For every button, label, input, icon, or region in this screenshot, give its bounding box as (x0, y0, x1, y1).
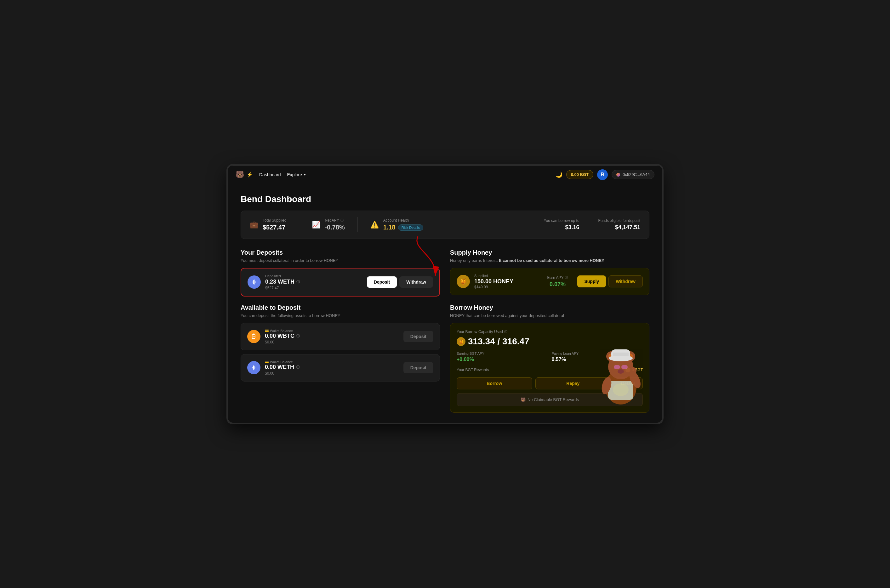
theme-toggle-button[interactable]: 🌙 (556, 171, 562, 178)
svg-point-28 (629, 367, 636, 375)
supply-honey-title: Supply Honey (450, 249, 649, 256)
info-icon: ⓘ (340, 218, 344, 222)
honey-supply-info: Supplied 150.00 HONEY $149.99 (474, 274, 543, 289)
supply-honey-subtitle: Honey only earns Interest. It cannot be … (450, 258, 649, 263)
borrow-up-to-stat: You can borrow up to $3.16 (544, 219, 579, 231)
borrow-up-to-value: $3.16 (544, 224, 579, 231)
weth-available-token-info: 💳 Wallet Balance 0.00 WETH ⓘ $0.00 (265, 360, 399, 375)
earning-bgt-label: Earning BGT APY (457, 352, 548, 356)
nav-links: Dashboard Explore ▼ (259, 172, 549, 177)
borrow-capacity-label: Your Borrow Capacity Used ⓘ (457, 330, 643, 334)
nav-dashboard[interactable]: Dashboard (259, 172, 281, 177)
weth-available-deposit-card: 💳 Wallet Balance 0.00 WETH ⓘ $0.00 Depos… (241, 354, 440, 381)
borrow-honey-section: Borrow Honey HONEY that can be borrowed … (450, 304, 649, 412)
supply-honey-section: Supply Honey Honey only earns Interest. … (450, 249, 649, 295)
risk-details-badge[interactable]: Risk Details (398, 224, 423, 231)
capacity-info-icon[interactable]: ⓘ (504, 330, 507, 334)
no-rewards-text: No Claimable BGT Rewards (528, 397, 579, 402)
wbtc-amount: 0.00 WBTC ⓘ (265, 333, 399, 339)
eligible-deposit-value: $4,147.51 (598, 224, 640, 231)
left-column: Your Deposits You must deposit collatera… (241, 249, 440, 412)
address-color-icon (616, 173, 620, 177)
wallet-icon-button[interactable]: R (597, 170, 608, 180)
wallet-address-badge[interactable]: 0x529C...6A44 (612, 170, 654, 179)
wbtc-deposit-button[interactable]: Deposit (403, 331, 433, 342)
wbtc-usd-value: $0.00 (265, 340, 399, 344)
total-supplied-info: Total Supplied $527.47 (263, 218, 286, 231)
wbtc-token-icon: ₿ (247, 330, 260, 343)
bgt-balance-badge[interactable]: 0.00 BGT (566, 170, 593, 179)
borrow-eligible-stats: You can borrow up to $3.16 Funds eligibl… (544, 219, 640, 231)
nav-logo: 🐻 ⚡ (236, 171, 253, 179)
weth-usd-value: $527.47 (265, 286, 362, 290)
wallet-stat-icon: 💼 (250, 220, 258, 229)
your-deposits-section: Your Deposits You must deposit collatera… (241, 249, 440, 297)
your-deposits-subtitle: You must deposit collateral in order to … (241, 258, 440, 263)
borrow-honey-icon: 🍯 (457, 337, 466, 346)
earning-bgt-stat: Earning BGT APY +0.00% (457, 352, 548, 362)
weth-amount: 0.23 WETH ⓘ (265, 279, 362, 285)
wbtc-token-info: 💳 Wallet Balance 0.00 WBTC ⓘ $0.00 (265, 329, 399, 344)
svg-rect-23 (621, 365, 628, 369)
borrow-button[interactable]: Borrow (457, 377, 532, 389)
earn-apy-value: 0.07% (547, 281, 568, 288)
available-deposit-title: Available to Deposit (241, 304, 440, 311)
account-health-stat: ⚠️ Account Health 1.18 Risk Details (370, 218, 423, 231)
wallet-address-text: 0x529C...6A44 (622, 172, 650, 177)
honey-withdraw-button[interactable]: Withdraw (609, 275, 643, 287)
honey-earn-apy: Earn APY ⓘ 0.07% (547, 275, 568, 288)
deposited-label: Deposited (265, 274, 362, 278)
weth-token-info: Deposited 0.23 WETH ⓘ $527.47 (265, 274, 362, 290)
right-column: Supply Honey Honey only earns Interest. … (450, 249, 649, 412)
warning-stat-icon: ⚠️ (370, 220, 379, 229)
available-deposit-subtitle: You can deposit the following assets to … (241, 313, 440, 318)
wbtc-info-icon[interactable]: ⓘ (296, 334, 300, 338)
account-health-label: Account Health (383, 218, 423, 222)
weth-withdraw-button[interactable]: Withdraw (399, 276, 433, 288)
earn-apy-info-icon[interactable]: ⓘ (565, 275, 568, 280)
honey-token-icon: 🍯 (457, 275, 470, 288)
net-apy-stat: 📈 Net APY ⓘ -0.78% (312, 218, 344, 231)
net-apy-info: Net APY ⓘ -0.78% (325, 218, 344, 231)
page-title: Bend Dashboard (241, 194, 649, 204)
eligible-deposit-label: Funds eligible for deposit (598, 219, 640, 223)
nav-right: 🌙 0.00 BGT R 0x529C...6A44 (556, 170, 654, 180)
earning-bgt-value: +0.00% (457, 357, 548, 362)
account-health-value: 1.18 (383, 224, 395, 231)
svg-rect-21 (613, 352, 628, 356)
weth-info-icon[interactable]: ⓘ (296, 279, 300, 284)
bear-mascot (595, 343, 646, 400)
weth-action-buttons: Deposit Withdraw (367, 276, 433, 288)
bgt-rewards-label: Your BGT Rewards (457, 368, 489, 372)
main-two-col: Your Deposits You must deposit collatera… (241, 249, 649, 412)
weth-token-icon (248, 275, 261, 289)
borrow-amount-text: 313.34 / 316.47 (468, 336, 529, 346)
weth-available-info-icon[interactable]: ⓘ (296, 365, 299, 369)
your-deposits-title: Your Deposits (241, 249, 440, 256)
main-content: Bend Dashboard 💼 Total Supplied $527.47 … (228, 184, 662, 423)
borrow-honey-card: Your Borrow Capacity Used ⓘ 🍯 313.34 / 3… (450, 323, 649, 412)
weth-available-wallet-label: 💳 Wallet Balance (265, 360, 399, 364)
weth-deposit-button[interactable]: Deposit (367, 276, 397, 288)
honey-supply-card: 🍯 Supplied 150.00 HONEY $149.99 Earn APY… (450, 268, 649, 295)
earn-apy-label: Earn APY ⓘ (547, 275, 568, 280)
account-status-card: 💼 Total Supplied $527.47 📈 Net APY ⓘ -0.… (241, 211, 649, 239)
wbtc-wallet-label: 💳 Wallet Balance (265, 329, 399, 333)
net-apy-label: Net APY ⓘ (325, 218, 344, 222)
logo-bear-icon: 🐻 (236, 171, 244, 179)
total-supplied-label: Total Supplied (263, 218, 286, 222)
borrow-honey-subtitle: HONEY that can be borrowed against your … (450, 313, 649, 318)
svg-point-25 (618, 369, 624, 374)
nav-explore[interactable]: Explore ▼ (287, 172, 307, 177)
honey-supply-button[interactable]: Supply (577, 275, 606, 287)
chevron-down-icon: ▼ (303, 173, 307, 176)
svg-point-30 (613, 383, 628, 396)
honey-supplied-usd: $149.99 (474, 285, 543, 289)
account-health-info: Account Health 1.18 Risk Details (383, 218, 423, 231)
wallet-letter-icon: R (601, 172, 604, 177)
no-rewards-icon: 🐻 (520, 397, 526, 402)
logo-bars-icon: ⚡ (247, 171, 253, 177)
stat-divider-2 (358, 217, 358, 232)
weth-available-token-icon (247, 361, 260, 374)
weth-available-deposit-button[interactable]: Deposit (403, 362, 433, 374)
